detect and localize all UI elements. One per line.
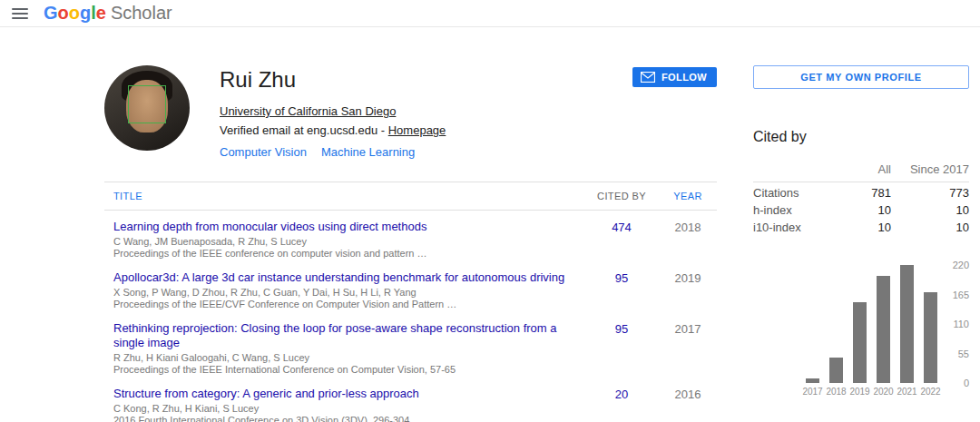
chart-bar-2022[interactable]: 2022 bbox=[924, 292, 937, 383]
paper-venue: Proceedings of the IEEE conference on co… bbox=[113, 248, 584, 260]
metric-value-since: 773 bbox=[891, 186, 969, 200]
verified-email-text: Verified email at eng.ucsd.edu - bbox=[220, 123, 388, 137]
chart-year-label: 2022 bbox=[920, 387, 940, 397]
google-logo-letter: g bbox=[80, 3, 91, 23]
year-sort-header[interactable]: YEAR bbox=[659, 191, 717, 201]
paper-title-link[interactable]: Rethinking reprojection: Closing the loo… bbox=[113, 321, 584, 350]
chart-year-label: 2021 bbox=[897, 387, 916, 397]
table-row: Rethinking reprojection: Closing the loo… bbox=[104, 312, 717, 378]
chart-bar-2019[interactable]: 2019 bbox=[853, 302, 867, 383]
table-row: Apollocar3d: A large 3d car instance und… bbox=[104, 261, 717, 312]
metrics-header-row: All Since 2017 bbox=[753, 157, 969, 182]
google-logo-letter: e bbox=[96, 3, 106, 23]
citations-chart: 201720182019202020212022 220165110550 bbox=[753, 265, 969, 403]
chart-bar-2018[interactable]: 2018 bbox=[829, 358, 843, 383]
get-my-own-profile-button[interactable]: GET MY OWN PROFILE bbox=[753, 65, 969, 89]
publications-table: TITLE CITED BY YEAR Learning depth from … bbox=[104, 182, 717, 422]
paper-venue: Proceedings of the IEEE International Co… bbox=[113, 364, 584, 376]
publications-table-header: TITLE CITED BY YEAR bbox=[104, 182, 717, 211]
citation-count-link[interactable]: 95 bbox=[584, 321, 659, 376]
follow-envelope-icon bbox=[641, 72, 655, 83]
google-scholar-logo[interactable]: Google Scholar bbox=[44, 3, 172, 24]
chart-ytick: 165 bbox=[942, 290, 969, 300]
chart-year-label: 2018 bbox=[826, 387, 846, 397]
paper-authors: C Wang, JM Buenaposada, R Zhu, S Lucey bbox=[113, 236, 584, 248]
metric-label: h-index bbox=[753, 203, 833, 217]
interest-computer-vision[interactable]: Computer Vision bbox=[220, 145, 307, 159]
cited-by-heading: Cited by bbox=[753, 129, 969, 145]
profile-name: Rui Zhu bbox=[220, 67, 446, 93]
scholar-logo-text: Scholar bbox=[111, 3, 172, 24]
title-column-header: TITLE bbox=[113, 191, 584, 201]
metric-value-all: 10 bbox=[833, 221, 891, 234]
chart-ytick: 220 bbox=[942, 260, 969, 270]
google-logo-letter: o bbox=[69, 3, 80, 23]
profile-info: Rui Zhu University of California San Die… bbox=[220, 65, 446, 151]
metrics-col-since: Since 2017 bbox=[891, 162, 969, 176]
paper-year: 2017 bbox=[659, 321, 717, 376]
paper-venue: 2016 Fourth International Conference on … bbox=[113, 415, 584, 422]
chart-year-label: 2017 bbox=[802, 387, 822, 397]
follow-button[interactable]: FOLLOW bbox=[632, 67, 717, 87]
interest-machine-learning[interactable]: Machine Learning bbox=[321, 145, 415, 159]
follow-button-label: FOLLOW bbox=[662, 72, 707, 83]
chart-ytick: 55 bbox=[942, 348, 969, 359]
paper-authors: C Kong, R Zhu, H Kiani, S Lucey bbox=[113, 403, 584, 415]
metric-label: i10-index bbox=[753, 221, 833, 234]
profile-photo[interactable] bbox=[104, 65, 190, 151]
paper-year: 2018 bbox=[659, 220, 717, 260]
google-logo-letter: o bbox=[58, 3, 69, 23]
metric-value-all: 10 bbox=[833, 203, 891, 217]
metric-label: Citations bbox=[753, 186, 833, 200]
paper-title-link[interactable]: Apollocar3d: A large 3d car instance und… bbox=[113, 270, 584, 285]
chart-ytick: 0 bbox=[942, 378, 969, 388]
citations-chart-bars: 201720182019202020212022 bbox=[806, 265, 937, 383]
profile-header: Rui Zhu University of California San Die… bbox=[104, 65, 717, 151]
metrics-col-all: All bbox=[833, 162, 891, 176]
chart-ytick: 110 bbox=[942, 319, 969, 329]
metric-value-all: 781 bbox=[833, 186, 891, 200]
chart-year-label: 2019 bbox=[849, 387, 869, 397]
chart-bar-2020[interactable]: 2020 bbox=[877, 276, 890, 383]
paper-authors: R Zhu, H Kiani Galoogahi, C Wang, S Luce… bbox=[113, 352, 584, 364]
metric-value-since: 10 bbox=[891, 203, 969, 217]
right-sidebar: GET MY OWN PROFILE Cited by All Since 20… bbox=[753, 65, 969, 422]
metrics-row-h-index: h-index 10 10 bbox=[753, 200, 969, 217]
table-row: Structure from category: A generic and p… bbox=[104, 378, 717, 422]
verified-email: Verified email at eng.ucsd.edu - Homepag… bbox=[220, 123, 446, 137]
chart-year-label: 2020 bbox=[873, 387, 893, 397]
paper-year: 2019 bbox=[659, 270, 717, 310]
citation-count-link[interactable]: 20 bbox=[584, 387, 659, 422]
paper-title-link[interactable]: Learning depth from monocular videos usi… bbox=[113, 220, 584, 234]
google-logo-letter: G bbox=[44, 3, 58, 23]
chart-bar-2021[interactable]: 2021 bbox=[900, 265, 914, 383]
paper-year: 2016 bbox=[659, 387, 717, 422]
top-bar: Google Scholar bbox=[0, 0, 980, 27]
paper-venue: Proceedings of the IEEE/CVF Conference o… bbox=[113, 299, 584, 310]
main-column: Rui Zhu University of California San Die… bbox=[104, 65, 717, 422]
citation-metrics-table: All Since 2017 Citations 781 773 h-index… bbox=[753, 157, 969, 234]
citation-count-link[interactable]: 474 bbox=[584, 220, 659, 260]
affiliation-link[interactable]: University of California San Diego bbox=[220, 104, 396, 118]
cited-by-sort-header[interactable]: CITED BY bbox=[584, 191, 659, 201]
metrics-row-citations: Citations 781 773 bbox=[753, 182, 969, 200]
metrics-row-i10-index: i10-index 10 10 bbox=[753, 217, 969, 234]
avatar-decoration bbox=[128, 85, 166, 123]
metric-value-since: 10 bbox=[891, 221, 969, 234]
paper-authors: X Song, P Wang, D Zhou, R Zhu, C Guan, Y… bbox=[113, 287, 584, 299]
table-row: Learning depth from monocular videos usi… bbox=[104, 211, 717, 261]
page-content: Rui Zhu University of California San Die… bbox=[0, 27, 980, 422]
paper-title-link[interactable]: Structure from category: A generic and p… bbox=[113, 387, 584, 401]
interests: Computer Vision Machine Learning bbox=[220, 145, 446, 159]
google-logo: Google bbox=[44, 3, 106, 24]
homepage-link[interactable]: Homepage bbox=[388, 123, 446, 137]
citation-count-link[interactable]: 95 bbox=[584, 270, 659, 310]
hamburger-menu-button[interactable] bbox=[12, 8, 28, 19]
chart-bar-2017[interactable]: 2017 bbox=[806, 378, 819, 383]
